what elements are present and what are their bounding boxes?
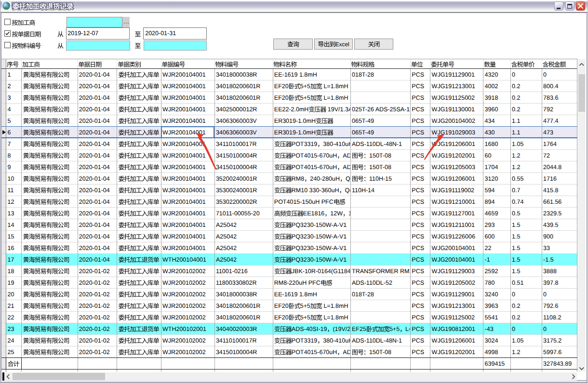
svg-text:0: 0 — [543, 326, 547, 332]
svg-text:1704: 1704 — [485, 164, 498, 171]
svg-text:0.2: 0.2 — [512, 83, 520, 90]
svg-text:PCS: PCS — [412, 222, 424, 228]
svg-text:1764: 1764 — [543, 141, 557, 147]
svg-text:A25042: A25042 — [216, 256, 237, 263]
svg-text:WJG200104002: WJG200104002 — [432, 118, 475, 124]
svg-text:WJG200104001: WJG200104001 — [432, 245, 475, 251]
svg-text:0.2: 0.2 — [512, 303, 520, 309]
svg-text:2020-01-04: 2020-01-04 — [79, 152, 110, 159]
svg-text:1.1: 1.1 — [512, 129, 520, 136]
svg-text:22: 22 — [485, 245, 492, 251]
svg-text:2020-01-04: 2020-01-04 — [79, 106, 110, 113]
svg-text:PCS: PCS — [412, 164, 424, 171]
svg-text:WJG191129001: WJG191129001 — [432, 71, 475, 78]
svg-text:12: 12 — [8, 198, 14, 205]
svg-text:894: 894 — [485, 198, 495, 205]
svg-text:0: 0 — [543, 291, 547, 298]
svg-text:WJG191119002: WJG191119002 — [432, 187, 475, 194]
svg-text:WJR200102002: WJR200102002 — [162, 314, 206, 321]
svg-text:34040020003R: 34040020003R — [216, 326, 257, 332]
svg-text:WJG191029003: WJG191029003 — [432, 129, 475, 136]
svg-text:WJR200102002: WJR200102002 — [162, 268, 206, 275]
svg-text:2020-01-02: 2020-01-02 — [79, 326, 110, 332]
svg-text:WJG191127001: WJG191127001 — [432, 210, 475, 217]
svg-text:34110100017R: 34110100017R — [216, 141, 257, 147]
svg-text:60: 60 — [485, 152, 492, 159]
svg-text:4002: 4002 — [485, 83, 498, 90]
svg-text:792.6: 792.6 — [543, 303, 558, 309]
svg-text:PCS: PCS — [412, 175, 424, 182]
svg-text:1.05: 1.05 — [512, 141, 523, 147]
svg-text:780: 780 — [485, 279, 495, 286]
svg-text:0.55: 0.55 — [512, 175, 523, 182]
svg-text:0.5: 0.5 — [512, 210, 520, 217]
svg-text:0.74: 0.74 — [512, 198, 523, 205]
svg-text:1.1: 1.1 — [512, 118, 520, 124]
svg-text:2020-01-04: 2020-01-04 — [79, 222, 110, 228]
svg-text:WJG191206001: WJG191206001 — [432, 175, 475, 182]
svg-text:065T-49: 065T-49 — [352, 129, 374, 136]
svg-text:34018000038R: 34018000038R — [216, 71, 257, 78]
svg-text:3960: 3960 — [485, 106, 498, 113]
svg-text:ADS-110DL-48N-1: ADS-110DL-48N-1 — [352, 141, 402, 147]
svg-text:2329.5: 2329.5 — [543, 210, 561, 217]
svg-text:PCS: PCS — [412, 118, 424, 124]
svg-text:340180200601R: 340180200601R — [216, 303, 260, 309]
svg-text:2020-01-04: 2020-01-04 — [79, 71, 110, 78]
svg-text:3963: 3963 — [485, 303, 498, 309]
svg-text:19: 19 — [8, 279, 14, 286]
svg-text:PCS: PCS — [412, 94, 424, 101]
svg-text:24: 24 — [8, 337, 14, 344]
svg-text:WJG191202001: WJG191202001 — [432, 349, 475, 356]
svg-text:71011-00055-20: 71011-00055-20 — [216, 210, 260, 217]
svg-text:397.8: 397.8 — [543, 279, 558, 286]
svg-text:2020-01-04: 2020-01-04 — [79, 118, 110, 124]
svg-text:WJR200104001: WJR200104001 — [162, 164, 206, 171]
svg-text:2020-01-02: 2020-01-02 — [79, 268, 110, 275]
svg-text:0.2: 0.2 — [512, 314, 520, 321]
svg-text:477.4: 477.4 — [543, 118, 558, 124]
svg-text:22: 22 — [8, 314, 14, 321]
svg-text:WJR200104001: WJR200104001 — [162, 187, 206, 194]
svg-text:PCS: PCS — [412, 245, 424, 251]
svg-text:EE-1619 1.8mH: EE-1619 1.8mH — [274, 291, 317, 298]
svg-text:PCS: PCS — [412, 83, 424, 90]
svg-text:9: 9 — [8, 164, 11, 171]
svg-text:2020-01-04: 2020-01-04 — [79, 164, 110, 171]
svg-text:2020-01-04: 2020-01-04 — [79, 245, 110, 251]
svg-text:2: 2 — [8, 83, 11, 90]
svg-text:20: 20 — [8, 291, 14, 298]
svg-text:018T-28: 018T-28 — [352, 71, 374, 78]
svg-text:PCS: PCS — [412, 268, 424, 275]
svg-text:594: 594 — [485, 187, 495, 194]
svg-text:2020-01-04: 2020-01-04 — [79, 83, 110, 90]
svg-text:2020-01-04: 2020-01-04 — [79, 187, 110, 194]
svg-text:33: 33 — [543, 245, 550, 251]
svg-text:600: 600 — [485, 233, 495, 240]
svg-text:3240: 3240 — [485, 291, 498, 298]
svg-text:23: 23 — [8, 326, 14, 332]
svg-text:2020-01-02: 2020-01-02 — [79, 279, 110, 286]
svg-text:3024: 3024 — [485, 337, 498, 344]
svg-text:TRANSFORMER RM10,: TRANSFORMER RM10, — [352, 268, 418, 275]
svg-text:PCS: PCS — [412, 337, 424, 344]
svg-text:PCS: PCS — [412, 349, 424, 356]
svg-text:WJG191130001: WJG191130001 — [432, 106, 475, 113]
svg-text:WJR200102002: WJR200102002 — [162, 337, 206, 344]
svg-text:7: 7 — [8, 141, 11, 147]
svg-text:1.5: 1.5 — [512, 245, 520, 251]
svg-text:72: 72 — [543, 152, 550, 159]
svg-text:WJR200104001: WJR200104001 — [162, 152, 206, 159]
svg-text:WJR200104001: WJR200104001 — [162, 106, 206, 113]
svg-text:0: 0 — [512, 326, 515, 332]
svg-text:293: 293 — [485, 222, 495, 228]
svg-text:WJR200104001: WJR200104001 — [162, 210, 206, 217]
svg-text:PCS: PCS — [412, 303, 424, 309]
svg-text:4320: 4320 — [485, 71, 498, 78]
svg-text:PCS: PCS — [412, 187, 424, 194]
svg-text:0.2: 0.2 — [512, 94, 520, 101]
svg-text:WJR200102002: WJR200102002 — [162, 291, 206, 298]
svg-text:11800330802R: 11800330802R — [216, 279, 257, 286]
svg-text:PCS: PCS — [412, 141, 424, 147]
svg-text:WJG200104001: WJG200104001 — [432, 256, 475, 263]
